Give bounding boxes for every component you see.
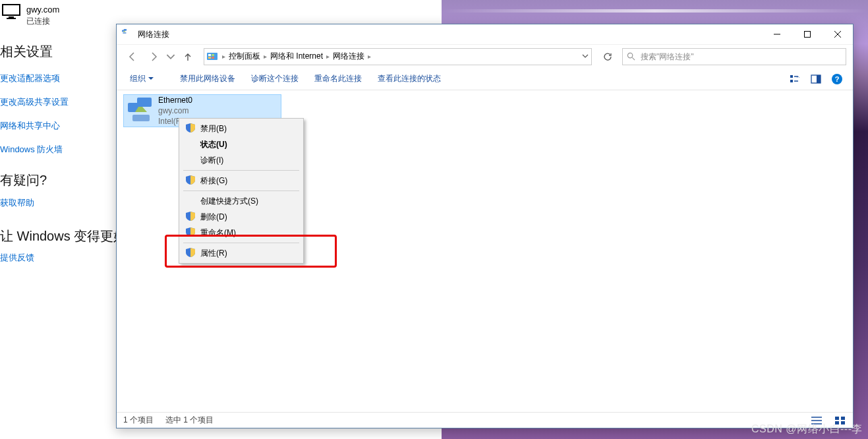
chevron-right-icon[interactable]: ▸ (221, 53, 226, 60)
network-status: 已连接 (26, 16, 59, 27)
svg-rect-13 (817, 75, 821, 83)
menu-item-label: 状态(U) (200, 139, 227, 150)
address-bar[interactable]: ▸ 控制面板 ▸ 网络和 Internet ▸ 网络连接 ▸ (204, 48, 592, 65)
view-options-button[interactable] (786, 70, 804, 88)
menu-item-label: 重命名(M) (200, 227, 236, 239)
svg-rect-10 (790, 75, 793, 78)
up-button[interactable] (179, 47, 197, 66)
settings-sidebar: gwy.com 已连接 相关设置 更改适配器选项 更改高级共享设置 网络和共享中… (0, 0, 116, 438)
network-name: gwy.com (26, 4, 59, 16)
search-icon (627, 52, 635, 61)
link-windows-firewall[interactable]: Windows 防火墙 (0, 144, 116, 156)
network-card[interactable]: gwy.com 已连接 (0, 0, 116, 27)
shield-icon (186, 123, 195, 132)
back-button[interactable] (123, 47, 142, 66)
shield-icon (186, 227, 195, 237)
svg-rect-14 (835, 417, 839, 420)
command-toolbar: 组织 禁用此网络设备 诊断这个连接 重命名此连接 查看此连接的状态 ? (117, 68, 853, 90)
crumb-network-connections[interactable]: 网络连接 (330, 51, 367, 62)
menu-item[interactable]: 重命名(M) (181, 225, 302, 241)
crumb-control-panel[interactable]: 控制面板 (226, 51, 263, 62)
navigation-bar: ▸ 控制面板 ▸ 网络和 Internet ▸ 网络连接 ▸ (117, 44, 853, 68)
svg-point-9 (627, 53, 632, 57)
link-advanced-sharing[interactable]: 更改高级共享设置 (0, 96, 116, 108)
search-input[interactable] (639, 51, 842, 62)
menu-item-label: 属性(R) (200, 248, 227, 259)
menu-item[interactable]: 删除(D) (181, 209, 302, 225)
link-network-center[interactable]: 网络和共享中心 (0, 120, 116, 132)
menu-item[interactable]: 诊断(I) (181, 152, 302, 168)
menu-item[interactable]: 禁用(B) (181, 121, 302, 136)
maximize-button[interactable] (792, 24, 823, 44)
svg-rect-15 (841, 417, 845, 420)
menu-separator (183, 243, 299, 243)
menu-item-label: 删除(D) (200, 212, 227, 223)
adapter-icon (128, 98, 154, 124)
improve-heading: 让 Windows 变得更好 (0, 227, 116, 245)
window-title: 网络连接 (138, 29, 169, 40)
menu-item[interactable]: 属性(R) (181, 245, 302, 261)
menu-separator (183, 170, 299, 171)
svg-rect-11 (790, 80, 793, 82)
content-area[interactable]: Ethernet0 gwy.com Intel(R) 82574L Gigabi… (117, 90, 853, 412)
network-connections-window: 网络连接 ▸ 控制面板 ▸ 网络和 Internet ▸ 网络连接 ▸ 组织 (116, 24, 854, 428)
search-box[interactable] (622, 48, 846, 65)
history-dropdown[interactable] (165, 47, 176, 66)
link-feedback[interactable]: 提供反馈 (0, 252, 116, 264)
chevron-right-icon[interactable]: ▸ (263, 53, 268, 60)
close-button[interactable] (823, 24, 853, 44)
status-selected: 选中 1 个项目 (165, 415, 214, 426)
tb-disable-device[interactable]: 禁用此网络设备 (173, 71, 242, 87)
help-icon: ? (832, 74, 842, 84)
tb-view-status[interactable]: 查看此连接的状态 (371, 71, 448, 87)
address-dropdown[interactable] (582, 52, 589, 61)
help-button[interactable]: ? (828, 70, 846, 88)
question-heading: 有疑问? (0, 171, 116, 189)
shield-icon (186, 248, 195, 257)
tb-rename[interactable]: 重命名此连接 (308, 71, 368, 87)
refresh-button[interactable] (598, 47, 617, 66)
context-menu: 禁用(B)状态(U)诊断(I)桥接(G)创建快捷方式(S)删除(D)重命名(M)… (179, 118, 304, 264)
titlebar[interactable]: 网络连接 (117, 24, 853, 44)
menu-item[interactable]: 桥接(G) (181, 173, 302, 189)
menu-item-label: 桥接(G) (200, 175, 227, 187)
svg-rect-8 (805, 32, 811, 38)
forward-button[interactable] (144, 47, 163, 66)
chevron-right-icon[interactable]: ▸ (367, 53, 372, 60)
minimize-button[interactable] (762, 24, 792, 44)
watermark: CSDN @网络小白---李 (751, 423, 863, 436)
menu-item-label: 诊断(I) (200, 155, 223, 166)
address-icon (207, 51, 217, 62)
tb-diagnose[interactable]: 诊断这个连接 (245, 71, 305, 87)
preview-pane-button[interactable] (807, 70, 825, 88)
adapter-name: Ethernet0 (158, 95, 261, 105)
related-settings-heading: 相关设置 (0, 43, 116, 61)
statusbar: 1 个项目 选中 1 个项目 (117, 412, 853, 428)
organize-menu[interactable]: 组织 (123, 71, 160, 87)
chevron-right-icon[interactable]: ▸ (326, 53, 330, 60)
menu-separator (183, 190, 299, 191)
shield-icon (186, 175, 195, 185)
link-get-help[interactable]: 获取帮助 (0, 197, 116, 209)
monitor-icon (0, 4, 22, 22)
menu-item-label: 创建快捷方式(S) (200, 196, 258, 207)
shield-icon (186, 212, 195, 221)
menu-item[interactable]: 状态(U) (181, 136, 302, 152)
status-count: 1 个项目 (123, 415, 154, 426)
menu-item[interactable]: 创建快捷方式(S) (181, 193, 302, 209)
adapter-domain: gwy.com (158, 105, 261, 116)
link-change-adapter[interactable]: 更改适配器选项 (0, 73, 116, 84)
window-icon (122, 29, 132, 40)
menu-item-label: 禁用(B) (200, 123, 227, 134)
crumb-network-internet[interactable]: 网络和 Internet (268, 51, 326, 62)
